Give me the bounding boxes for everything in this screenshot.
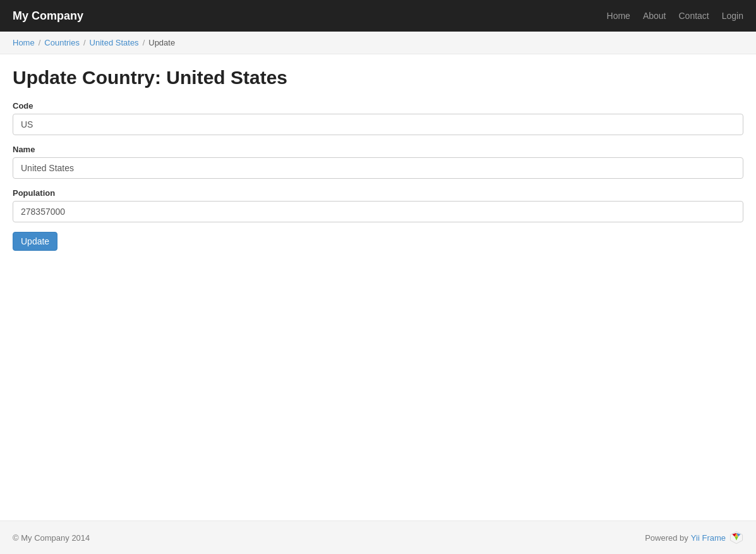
breadcrumb-item-united-states: United States: [90, 38, 139, 47]
nav-item-home: Home: [607, 11, 630, 21]
breadcrumb: Home / Countries / United States / Updat…: [13, 38, 743, 47]
population-input[interactable]: [13, 201, 743, 222]
breadcrumb-active: Update: [148, 38, 175, 47]
population-label: Population: [13, 188, 743, 198]
breadcrumb-link-home[interactable]: Home: [13, 38, 35, 47]
navbar-nav: Home About Contact Login: [607, 11, 743, 21]
breadcrumb-link-united-states[interactable]: United States: [90, 38, 139, 47]
yii-label: Yii Frame: [691, 533, 726, 543]
population-field-group: Population: [13, 188, 743, 222]
navbar-brand[interactable]: My Company: [13, 9, 83, 23]
code-input[interactable]: [13, 114, 743, 135]
breadcrumb-item-home: Home: [13, 38, 35, 47]
svg-marker-2: [735, 537, 738, 541]
update-form: Code Name Population Update: [13, 101, 743, 251]
nav-item-about: About: [643, 11, 666, 21]
breadcrumb-bar: Home / Countries / United States / Updat…: [0, 32, 756, 54]
code-field-group: Code: [13, 101, 743, 135]
nav-item-contact: Contact: [678, 11, 709, 21]
yii-logo-icon: [729, 531, 743, 545]
nav-link-home[interactable]: Home: [607, 11, 630, 21]
breadcrumb-separator-3: /: [143, 38, 145, 47]
name-field-group: Name: [13, 145, 743, 179]
main-content: Update Country: United States Code Name …: [0, 54, 756, 521]
nav-item-login: Login: [722, 11, 743, 21]
nav-link-about[interactable]: About: [643, 11, 666, 21]
nav-link-login[interactable]: Login: [722, 11, 743, 21]
page-title: Update Country: United States: [13, 67, 743, 88]
footer-copyright: © My Company 2014: [13, 533, 90, 543]
breadcrumb-item-update: Update: [148, 38, 175, 47]
yii-link[interactable]: Yii Frame: [691, 533, 726, 543]
code-label: Code: [13, 101, 743, 111]
powered-by-text: Powered by: [645, 533, 688, 543]
navbar: My Company Home About Contact Login: [0, 0, 756, 32]
update-button[interactable]: Update: [13, 232, 57, 251]
breadcrumb-separator-1: /: [39, 38, 41, 47]
breadcrumb-item-countries: Countries: [44, 38, 80, 47]
nav-link-contact[interactable]: Contact: [678, 11, 709, 21]
name-input[interactable]: [13, 157, 743, 179]
footer-powered: Powered by Yii Frame: [645, 531, 743, 545]
footer: © My Company 2014 Powered by Yii Frame: [0, 521, 756, 554]
breadcrumb-separator-2: /: [83, 38, 86, 47]
breadcrumb-link-countries[interactable]: Countries: [44, 38, 80, 47]
name-label: Name: [13, 145, 743, 154]
